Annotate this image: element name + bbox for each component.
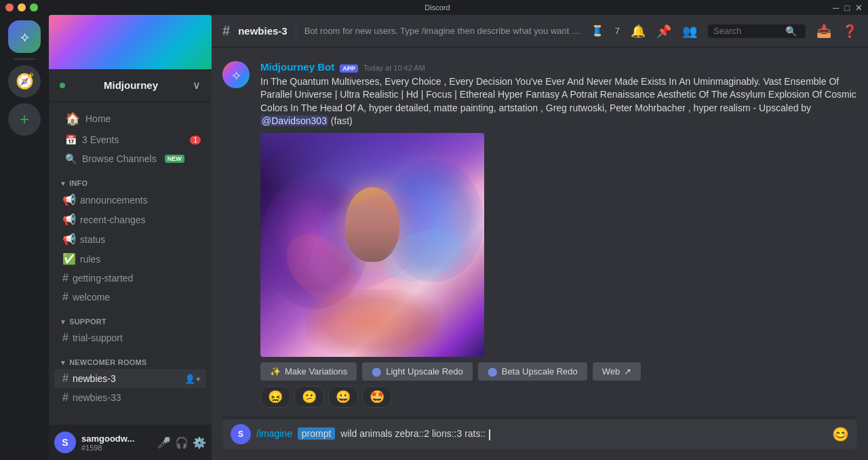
emoji-picker-icon[interactable]: 😊 (832, 426, 849, 442)
nav-browse-channels[interactable]: 🔍 Browse Channels NEW (54, 149, 206, 168)
server-list: ⟡ 🧭 + (0, 15, 49, 460)
channel-recent-changes[interactable]: 📢 recent-changes (54, 210, 206, 229)
channel-sidebar: Midjourney ∨ 🏠 Home 📅 3 Events 1 🔍 Brows… (49, 15, 212, 460)
input-right-icons: 😊 (832, 426, 849, 442)
rules-icon: ✅ (62, 252, 76, 265)
members-icon[interactable]: 👥 (682, 24, 697, 39)
beta-upscale-redo-button[interactable]: ⬤ Beta Upscale Redo (478, 362, 587, 381)
input-command-text: /imagine prompt wild animals zebra::2 li… (256, 428, 490, 440)
username: samgoodw... (81, 434, 152, 444)
channel-welcome[interactable]: # welcome (54, 288, 206, 307)
channel-rules[interactable]: ✅ rules (54, 249, 206, 269)
chevron-down-icon: ∨ (193, 79, 201, 92)
channel-name: trial-support (73, 332, 123, 343)
status-dot (60, 83, 65, 88)
mute-icon[interactable]: 🔔 (631, 24, 646, 39)
headphones-icon[interactable]: 🎧 (175, 436, 189, 449)
variations-icon: ✨ (270, 366, 281, 377)
pin-icon[interactable]: 📌 (656, 24, 671, 39)
minimize-button[interactable] (18, 3, 26, 12)
server-icon-midjourney[interactable]: ⟡ (8, 20, 41, 53)
window-restore-icon[interactable]: □ (844, 3, 850, 13)
channel-name: status (80, 234, 105, 245)
category-chevron-icon: ▼ (60, 180, 66, 187)
channel-trial-support[interactable]: # trial-support (54, 328, 206, 347)
channel-newbies-33[interactable]: # newbies-33 (54, 388, 206, 407)
server-divider (14, 58, 35, 60)
avatar: S (54, 432, 76, 453)
user-details: samgoodw... #1598 (81, 434, 152, 452)
reaction-angry[interactable]: 😖 (260, 386, 290, 408)
channel-status[interactable]: 📢 status (54, 229, 206, 249)
main-content: # newbies-3 Bot room for new users. Type… (212, 15, 868, 460)
mic-icon[interactable]: 🎤 (157, 436, 171, 449)
messages-area[interactable]: ⟡ Midjourney Bot APP Today at 10:42 AM I… (212, 47, 868, 419)
message-suffix: - Upscaled by (753, 102, 812, 113)
close-button[interactable] (5, 3, 14, 12)
slash-command: /imagine (256, 428, 292, 439)
message-item: ⟡ Midjourney Bot APP Today at 10:42 AM I… (222, 58, 857, 410)
make-variations-label: Make Variations (285, 366, 347, 377)
server-header[interactable]: Midjourney ∨ (49, 69, 212, 102)
light-upscale-redo-button[interactable]: ⬤ Light Upscale Redo (362, 362, 472, 381)
message-input-box[interactable]: S /imagine prompt wild animals zebra::2 … (222, 419, 857, 449)
reaction-happy[interactable]: 😀 (328, 386, 358, 408)
web-button[interactable]: Web ↗ (593, 362, 642, 381)
window-close-icon[interactable]: ✕ (855, 3, 863, 13)
events-icon: 📅 (65, 134, 77, 145)
hash-icon: # (62, 272, 68, 284)
titlebar: Discord ─ □ ✕ (0, 0, 868, 15)
channel-name: newbies-3 (73, 373, 116, 384)
channel-name: rules (80, 254, 100, 265)
search-box[interactable]: 🔍 (708, 24, 806, 38)
channel-getting-started[interactable]: # getting-started (54, 269, 206, 288)
search-icon: 🔍 (785, 26, 797, 37)
message-mention[interactable]: @Davidson303 (260, 115, 328, 126)
category-info[interactable]: ▼ INFO (49, 168, 212, 190)
channel-name: welcome (73, 292, 110, 303)
ai-image-container[interactable] (260, 133, 484, 357)
support-chevron-icon: ▼ (60, 318, 66, 326)
events-badge: 1 (190, 136, 201, 145)
channel-name: newbies-33 (73, 392, 121, 403)
events-label: 3 Events (82, 134, 119, 145)
add-server-button[interactable]: + (8, 103, 41, 136)
command-param-label: prompt (298, 427, 336, 440)
channel-announcements[interactable]: 📢 announcements (54, 190, 206, 210)
search-input[interactable] (713, 26, 781, 36)
header-icons: 🧵 7 🔔 📌 👥 🔍 📥 ❓ (591, 24, 857, 39)
nav-home[interactable]: 🏠 Home (54, 107, 206, 130)
settings-icon[interactable]: ⚙️ (193, 436, 206, 449)
add-member-icon[interactable]: 👤+ (184, 374, 201, 384)
hash-icon-2: # (62, 291, 68, 303)
image-svg-overlay (260, 133, 484, 357)
reaction-confused[interactable]: 😕 (294, 386, 324, 408)
channel-header: # newbies-3 Bot room for new users. Type… (212, 15, 868, 47)
discover-icon[interactable]: 🧭 (8, 65, 41, 98)
light-upscale-icon: ⬤ (372, 366, 382, 377)
announce-icon-3: 📢 (62, 233, 76, 246)
category-info-label: INFO (69, 179, 87, 187)
nav-events[interactable]: 📅 3 Events 1 (54, 130, 206, 149)
channel-newbies-3[interactable]: # newbies-3 👤+ (54, 369, 206, 388)
new-badge: NEW (165, 155, 184, 163)
hash-icon-3: # (62, 332, 68, 344)
channel-name: recent-changes (80, 214, 146, 225)
angry-emoji: 😖 (268, 389, 283, 404)
window-minimize-icon[interactable]: ─ (833, 3, 839, 13)
message-author: Midjourney Bot (260, 61, 334, 73)
make-variations-button[interactable]: ✨ Make Variations (260, 362, 357, 381)
category-newcomer[interactable]: ▼ NEWCOMER ROOMS (49, 347, 212, 369)
maximize-button[interactable] (30, 3, 38, 12)
thread-icon[interactable]: 🧵 (591, 24, 604, 37)
inbox-icon[interactable]: 📥 (816, 24, 831, 39)
channel-list: 🏠 Home 📅 3 Events 1 🔍 Browse Channels NE… (49, 102, 212, 425)
action-buttons: ✨ Make Variations ⬤ Light Upscale Redo ⬤… (260, 362, 857, 381)
beta-upscale-label: Beta Upscale Redo (502, 366, 578, 377)
header-divider (296, 23, 296, 39)
help-icon[interactable]: ❓ (842, 24, 857, 39)
reaction-buttons: 😖 😕 😀 🤩 (260, 386, 857, 408)
category-support[interactable]: ▼ SUPPORT (49, 307, 212, 328)
reaction-love[interactable]: 🤩 (362, 386, 392, 408)
bot-badge: APP (340, 64, 358, 73)
